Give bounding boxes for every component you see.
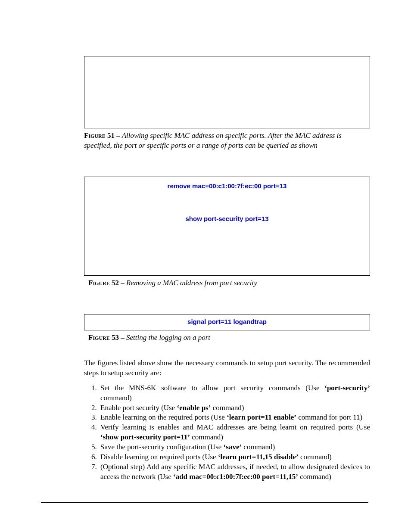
step-2-text-a: Enable port security (Use [100, 404, 177, 412]
step-2: Enable port security (Use ‘enable ps’ co… [99, 403, 370, 413]
step-3: Enable learning on the required ports (U… [99, 413, 370, 423]
step-3-command: ‘learn port=11 enable’ [227, 413, 296, 421]
steps-list: Set the MNS-6K software to allow port se… [84, 383, 370, 482]
step-1-text-c: command) [100, 394, 132, 402]
step-6-text-c: command) [299, 453, 332, 461]
document-page: Figure 51 – Allowing specific MAC addres… [0, 0, 411, 532]
figure-53-box: signal port=11 logandtrap [84, 314, 370, 330]
figure-53-command: signal port=11 logandtrap [84, 318, 370, 325]
figure-53-text: Setting the logging on a port [126, 333, 210, 342]
step-3-text-a: Enable learning on the required ports (U… [100, 413, 227, 421]
step-2-text-c: command) [211, 404, 244, 412]
step-1-text-a: Set the MNS-6K software to allow port se… [100, 384, 324, 392]
figure-52-text: Removing a MAC address from port securit… [126, 279, 257, 287]
figure-52-caption: Figure 52 – Removing a MAC address from … [84, 278, 370, 288]
step-6: Disable learning on required ports (Use … [99, 452, 370, 462]
figure-51-caption: Figure 51 – Allowing specific MAC addres… [84, 131, 370, 151]
step-1-command: ‘port-security’ [324, 384, 370, 392]
step-6-text-a: Disable learning on required ports (Use [100, 453, 218, 461]
figure-53-caption: Figure 53 – Setting the logging on a por… [84, 333, 370, 343]
step-3-text-c: command for port 11) [296, 413, 362, 421]
figure-51-box [84, 56, 370, 128]
step-4: Verify learning is enables and MAC addre… [99, 423, 370, 442]
figure-52-sep: – [119, 279, 126, 287]
figure-52-command-1: remove mac=00:c1:00:7f:ec:00 port=13 [84, 182, 370, 190]
step-7-command: ‘add mac=00:c1:00:7f:ec:00 port=11,15’ [173, 473, 298, 481]
figure-51-text: Allowing specific MAC address on specifi… [84, 131, 342, 149]
figure-52-command-2: show port-security port=13 [84, 215, 370, 222]
figure-52-label: Figure 52 [88, 279, 119, 287]
step-2-command: ‘enable ps’ [177, 404, 211, 412]
step-4-command: ‘show port-security port=11’ [100, 433, 190, 441]
figure-53-label: Figure 53 [88, 333, 119, 342]
step-5: Save the port-security configuration (Us… [99, 442, 370, 452]
intro-paragraph: The figures listed above show the necess… [84, 358, 370, 378]
step-5-text-a: Save the port-security configuration (Us… [100, 443, 224, 451]
step-7: (Optional step) Add any specific MAC add… [99, 462, 370, 482]
figure-53-sep: – [119, 333, 126, 342]
step-5-command: ‘save’ [224, 443, 242, 451]
figure-51-label: Figure 51 [84, 131, 115, 140]
figure-51-sep: – [115, 131, 122, 140]
step-4-text-c: command) [190, 433, 223, 441]
figure-52-box: remove mac=00:c1:00:7f:ec:00 port=13 sho… [84, 177, 370, 276]
step-5-text-c: command) [242, 443, 275, 451]
footer-rule [41, 502, 368, 503]
step-7-text-c: command) [298, 473, 331, 481]
step-6-command: ‘learn port=11,15 disable’ [218, 453, 299, 461]
step-4-text-a: Verify learning is enables and MAC addre… [100, 423, 370, 431]
step-1: Set the MNS-6K software to allow port se… [99, 383, 370, 403]
